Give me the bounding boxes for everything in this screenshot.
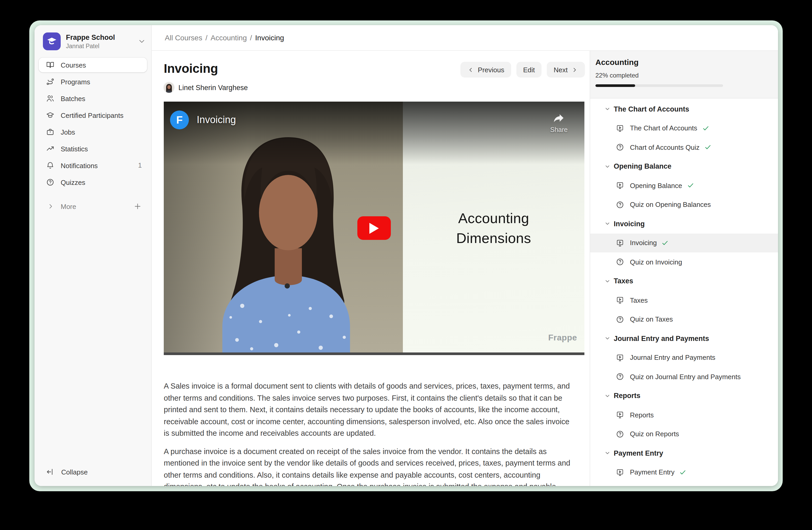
lesson-item-label: Opening Balance xyxy=(630,182,682,190)
graduation-cap-icon xyxy=(46,111,54,120)
book-open-icon xyxy=(46,61,54,69)
school-logo xyxy=(43,32,61,50)
section-opening-balance[interactable]: Opening Balance xyxy=(590,157,778,176)
section-title: The Chart of Accounts xyxy=(614,105,689,113)
quiz-item-label: Chart of Accounts Quiz xyxy=(630,143,699,151)
lesson-item-active[interactable]: Invoicing xyxy=(590,233,778,252)
sidebar-item-jobs[interactable]: Jobs xyxy=(39,125,147,139)
screen: Frappe School Jannat Patel Courses Progr… xyxy=(0,0,812,530)
plus-icon[interactable] xyxy=(133,202,142,211)
sidebar-collapse-button[interactable]: Collapse xyxy=(39,464,147,480)
quiz-item[interactable]: Quiz on Taxes xyxy=(590,310,778,329)
programs-icon xyxy=(46,78,54,86)
lesson-item[interactable]: Taxes xyxy=(590,291,778,310)
section-invoicing[interactable]: Invoicing xyxy=(590,214,778,233)
section-taxes[interactable]: Taxes xyxy=(590,271,778,291)
lesson-item[interactable]: Reports xyxy=(590,405,778,424)
quiz-item[interactable]: Quiz on Journal Entry and Payments xyxy=(590,367,778,386)
lesson-item-label: Invoicing xyxy=(630,239,657,247)
section-title: Taxes xyxy=(614,277,633,285)
chevron-down-icon xyxy=(604,278,611,284)
quiz-item[interactable]: Quiz on Invoicing xyxy=(590,252,778,271)
lesson-paragraph: A Sales invoice is a formal document sen… xyxy=(164,380,573,439)
video-player[interactable]: Accounting Dimensions Frappe F Invoicing xyxy=(164,102,584,355)
sidebar-item-label: Quizzes xyxy=(61,178,143,186)
sidebar-item-label: Certified Participants xyxy=(61,111,143,119)
sidebar-nav: Courses Programs Batches Certified Parti… xyxy=(34,56,151,214)
sidebar-item-batches[interactable]: Batches xyxy=(39,91,147,106)
lesson-body: A Sales invoice is a formal document sen… xyxy=(164,380,573,486)
lesson-item[interactable]: Payment Entry xyxy=(590,463,778,482)
share-label: Share xyxy=(550,126,568,134)
section-title: Opening Balance xyxy=(614,163,671,170)
frappe-logo-icon[interactable]: F xyxy=(170,111,189,129)
quiz-item[interactable]: Quiz on Reports xyxy=(590,424,778,444)
quiz-item[interactable]: Quiz on Opening Balances xyxy=(590,195,778,214)
notification-count-badge: 1 xyxy=(138,162,143,169)
slide-title-line1: Accounting xyxy=(458,208,529,228)
breadcrumb-all-courses[interactable]: All Courses xyxy=(165,33,202,42)
quiz-icon xyxy=(616,315,624,324)
quiz-item[interactable]: Chart of Accounts Quiz xyxy=(590,138,778,157)
section-reports[interactable]: Reports xyxy=(590,386,778,405)
quiz-icon xyxy=(616,430,624,438)
lesson-item-label: Taxes xyxy=(630,296,648,304)
next-button[interactable]: Next xyxy=(547,62,585,78)
course-outline-list: The Chart of Accounts The Chart of Accou… xyxy=(590,98,778,486)
quiz-icon xyxy=(616,373,624,381)
video-title[interactable]: Invoicing xyxy=(197,114,236,126)
breadcrumb: All Courses / Accounting / Invoicing xyxy=(165,33,284,42)
monitor-play-icon xyxy=(616,296,624,305)
play-button[interactable] xyxy=(357,216,391,240)
check-icon xyxy=(704,144,712,151)
monitor-play-icon xyxy=(616,468,624,477)
sidebar-item-quizzes[interactable]: Quizzes xyxy=(39,175,147,190)
chevron-left-icon xyxy=(467,66,474,73)
sidebar-item-certified-participants[interactable]: Certified Participants xyxy=(39,108,147,123)
lesson-item[interactable]: Journal Entry and Payments xyxy=(590,348,778,367)
topbar: All Courses / Accounting / Invoicing xyxy=(152,25,778,51)
quiz-item-label: Quiz on Journal Entry and Payments xyxy=(630,373,741,381)
quiz-item-label: Quiz on Opening Balances xyxy=(630,201,711,209)
sidebar-item-programs[interactable]: Programs xyxy=(39,74,147,89)
avatar xyxy=(164,82,174,93)
section-journal-entry[interactable]: Journal Entry and Payments xyxy=(590,329,778,348)
share-icon xyxy=(553,112,565,125)
sidebar-item-notifications[interactable]: Notifications 1 xyxy=(39,158,147,173)
sidebar-more-label: More xyxy=(61,203,133,210)
lesson-item[interactable]: The Chart of Accounts xyxy=(590,118,778,138)
quiz-item-label: Quiz on Taxes xyxy=(630,316,673,323)
chevron-down-icon[interactable] xyxy=(137,37,146,45)
monitor-play-icon xyxy=(616,353,624,362)
breadcrumb-accounting[interactable]: Accounting xyxy=(211,33,247,42)
page-title: Invoicing xyxy=(164,61,248,76)
section-chart-of-accounts[interactable]: The Chart of Accounts xyxy=(590,99,778,118)
monitor-play-icon xyxy=(616,239,624,247)
graduation-cap-icon xyxy=(46,36,58,47)
previous-button-label: Previous xyxy=(478,66,504,73)
breadcrumb-separator: / xyxy=(205,33,207,42)
app-window: Frappe School Jannat Patel Courses Progr… xyxy=(34,25,778,486)
lesson-item[interactable]: Opening Balance xyxy=(590,176,778,195)
sidebar-item-statistics[interactable]: Statistics xyxy=(39,141,147,156)
progress-fill xyxy=(595,84,635,87)
video-progress-bar[interactable] xyxy=(164,352,584,355)
quiz-item-label: Quiz on Invoicing xyxy=(630,258,682,266)
slide-title-line2: Dimensions xyxy=(456,228,531,248)
section-payment-entry[interactable]: Payment Entry xyxy=(590,444,778,463)
edit-button[interactable]: Edit xyxy=(517,62,542,78)
sidebar-more[interactable]: More xyxy=(39,199,147,214)
next-button-label: Next xyxy=(554,66,568,73)
section-title: Journal Entry and Payments xyxy=(614,335,709,343)
progress-bar xyxy=(595,84,723,87)
workspace-switcher[interactable]: Frappe School Jannat Patel xyxy=(34,25,151,56)
sidebar-item-courses[interactable]: Courses xyxy=(39,58,147,72)
previous-button[interactable]: Previous xyxy=(461,62,511,78)
chevron-down-icon xyxy=(604,335,611,342)
monitor-play-icon xyxy=(616,181,624,190)
chevron-right-icon xyxy=(47,203,54,210)
chevron-down-icon xyxy=(604,163,611,170)
edit-button-label: Edit xyxy=(523,66,535,73)
share-button[interactable]: Share xyxy=(550,112,568,134)
course-outline: Accounting 22% completed The Chart of Ac… xyxy=(590,51,778,486)
